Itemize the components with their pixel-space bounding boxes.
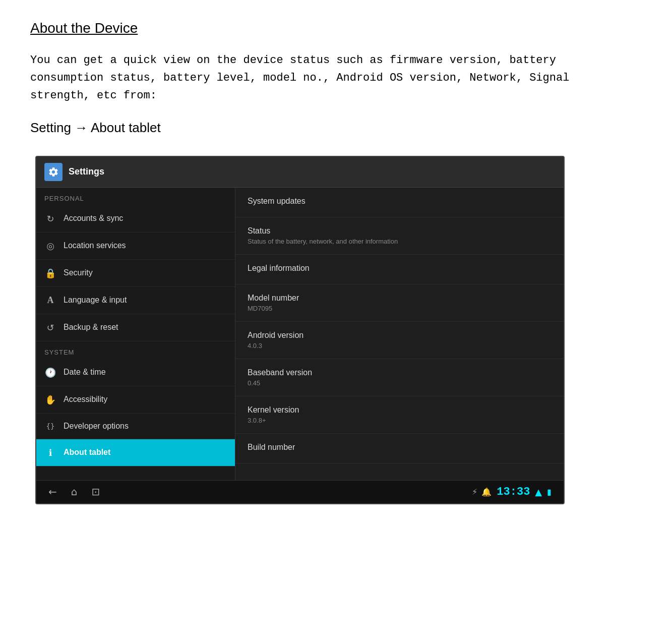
system-section-label: SYSTEM xyxy=(36,341,235,359)
sidebar-item-datetime[interactable]: 🕐 Date & time xyxy=(36,359,235,386)
accounts-sync-label: Accounts & sync xyxy=(64,214,123,223)
home-button[interactable]: ⌂ xyxy=(71,486,78,498)
settings-icon-box xyxy=(44,163,63,181)
location-icon: ◎ xyxy=(44,241,56,251)
settings-body: PERSONAL ↻ Accounts & sync ◎ Location se… xyxy=(36,188,564,480)
accessibility-label: Accessibility xyxy=(64,395,107,404)
device-screenshot: Settings PERSONAL ↻ Accounts & sync ◎ Lo… xyxy=(35,156,565,504)
sidebar-item-about[interactable]: ℹ About tablet xyxy=(36,439,235,467)
sidebar-item-security[interactable]: 🔒 Security xyxy=(36,260,235,287)
android-version-value: 4.0.3 xyxy=(248,342,552,349)
status-icons-group: ⚡ 🔔 xyxy=(472,487,492,497)
sidebar-item-language[interactable]: A Language & input xyxy=(36,287,235,314)
location-label: Location services xyxy=(64,241,126,250)
content-item-kernel[interactable]: Kernel version 3.0.8+ xyxy=(235,396,564,434)
battery-icon: ▮ xyxy=(547,487,552,497)
wifi-icon: ▲ xyxy=(535,487,542,497)
baseband-title: Baseband version xyxy=(248,368,552,377)
baseband-value: 0.45 xyxy=(248,379,552,387)
content-item-build[interactable]: Build number xyxy=(235,434,564,463)
sidebar-item-accounts[interactable]: ↻ Accounts & sync xyxy=(36,205,235,232)
backup-icon: ↺ xyxy=(44,322,56,333)
kernel-title: Kernel version xyxy=(248,405,552,415)
sidebar-item-backup[interactable]: ↺ Backup & reset xyxy=(36,314,235,341)
content-item-status[interactable]: Status Status of the battery, network, a… xyxy=(235,217,564,255)
language-icon: A xyxy=(44,295,56,306)
content-item-android-version[interactable]: Android version 4.0.3 xyxy=(235,322,564,359)
accounts-sync-icon: ↻ xyxy=(44,213,56,224)
backup-label: Backup & reset xyxy=(64,323,118,332)
model-value: MD7095 xyxy=(248,305,552,312)
content-item-baseband[interactable]: Baseband version 0.45 xyxy=(235,359,564,396)
about-icon: ℹ xyxy=(44,447,56,458)
datetime-label: Date & time xyxy=(64,368,106,377)
accessibility-icon: ✋ xyxy=(44,394,56,405)
recents-button[interactable]: ⊡ xyxy=(91,486,100,498)
personal-section-label: PERSONAL xyxy=(36,188,235,205)
article-title: About the Device xyxy=(30,20,585,36)
legal-title: Legal information xyxy=(248,264,552,273)
content-item-legal[interactable]: Legal information xyxy=(235,255,564,284)
model-title: Model number xyxy=(248,294,552,303)
content-item-system-updates[interactable]: System updates xyxy=(235,188,564,217)
notification-icon: 🔔 xyxy=(481,487,492,497)
developer-icon: {} xyxy=(44,422,56,430)
content-item-model[interactable]: Model number MD7095 xyxy=(235,284,564,322)
android-version-title: Android version xyxy=(248,331,552,340)
bottom-navigation-bar: ← ⌂ ⊡ ⚡ 🔔 13:33 ▲ ▮ xyxy=(36,480,564,503)
language-label: Language & input xyxy=(64,296,127,305)
sidebar-item-developer[interactable]: {} Developer options xyxy=(36,414,235,439)
time-display: 13:33 xyxy=(497,486,530,498)
status-subtitle: Status of the battery, network, and othe… xyxy=(248,238,552,245)
article-body: You can get a quick view on the device s… xyxy=(30,51,585,105)
settings-header: Settings xyxy=(36,157,564,188)
security-icon: 🔒 xyxy=(44,268,56,278)
status-area: ⚡ 🔔 13:33 ▲ ▮ xyxy=(472,486,552,498)
usb-icon: ⚡ xyxy=(472,487,477,497)
datetime-icon: 🕐 xyxy=(44,367,56,378)
status-title: Status xyxy=(248,226,552,236)
back-button[interactable]: ← xyxy=(48,486,57,498)
article-section: About the Device You can get a quick vie… xyxy=(30,20,585,136)
settings-header-title: Settings xyxy=(69,166,104,177)
content-panel: System updates Status Status of the batt… xyxy=(235,188,564,480)
developer-label: Developer options xyxy=(64,422,129,431)
kernel-value: 3.0.8+ xyxy=(248,417,552,424)
sidebar-item-location[interactable]: ◎ Location services xyxy=(36,232,235,260)
nav-buttons-group: ← ⌂ ⊡ xyxy=(48,486,100,498)
settings-gear-icon xyxy=(48,166,59,178)
build-title: Build number xyxy=(248,443,552,452)
sidebar-item-accessibility[interactable]: ✋ Accessibility xyxy=(36,386,235,414)
settings-sidebar: PERSONAL ↻ Accounts & sync ◎ Location se… xyxy=(36,188,235,480)
system-updates-title: System updates xyxy=(248,197,552,206)
about-label: About tablet xyxy=(64,448,110,457)
security-label: Security xyxy=(64,268,93,277)
article-setting-path: Setting → About tablet xyxy=(30,120,585,136)
